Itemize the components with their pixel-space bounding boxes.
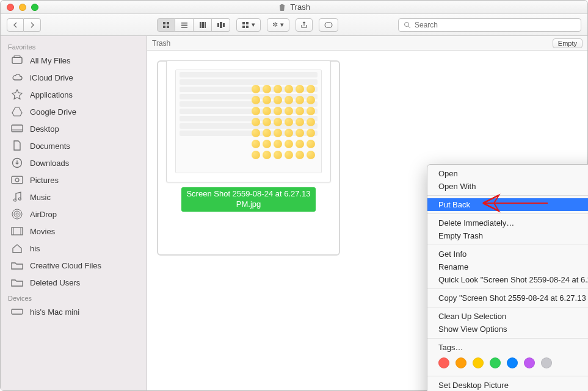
ctx-delete-immediately[interactable]: Delete Immediately… xyxy=(427,217,588,229)
search-icon xyxy=(404,21,411,29)
svg-rect-16 xyxy=(246,26,249,28)
minimize-window-button[interactable] xyxy=(19,4,26,11)
svg-rect-11 xyxy=(220,22,222,28)
chevron-down-icon: ▾ xyxy=(252,21,255,29)
tag-blue[interactable] xyxy=(507,357,518,368)
search-input[interactable] xyxy=(415,21,576,29)
ctx-separator xyxy=(427,307,588,307)
tag-yellow[interactable] xyxy=(473,357,484,368)
sidebar: Favorites All My Files iCloud Drive Appl… xyxy=(1,36,147,390)
nav-buttons xyxy=(7,18,41,32)
view-coverflow-button[interactable] xyxy=(212,18,230,32)
folder-icon xyxy=(10,260,24,271)
back-button[interactable] xyxy=(7,18,24,32)
sidebar-item-icloud-drive[interactable]: iCloud Drive xyxy=(1,69,147,86)
tag-orange[interactable] xyxy=(456,357,466,368)
svg-rect-3 xyxy=(167,26,169,28)
view-icon-button[interactable] xyxy=(157,18,175,32)
tags-button[interactable] xyxy=(319,18,338,32)
sidebar-item-documents[interactable]: Documents xyxy=(1,137,147,154)
gear-icon: ✲ xyxy=(272,21,278,29)
sidebar-item-mac-mini[interactable]: his's Mac mini xyxy=(1,303,147,320)
ctx-tags[interactable]: Tags… xyxy=(427,341,588,354)
window-title-text: Trash xyxy=(290,2,310,12)
documents-icon xyxy=(10,140,24,151)
ctx-quick-look[interactable]: Quick Look "Screen Shot 2559-08-24 at 6.… xyxy=(427,273,588,286)
file-area[interactable]: Screen Shot 2559-08-24 at 6.27.13 PM.jpg… xyxy=(147,51,587,390)
svg-line-19 xyxy=(408,26,410,28)
file-item[interactable]: Screen Shot 2559-08-24 at 6.27.13 PM.jpg xyxy=(157,60,340,212)
sidebar-item-label: Documents xyxy=(30,142,70,151)
svg-rect-21 xyxy=(14,56,20,58)
finder-window: Trash ▾ ✲ ▾ xyxy=(0,0,588,391)
action-dropdown[interactable]: ✲ ▾ xyxy=(267,18,289,32)
window-title: Trash xyxy=(1,2,587,12)
search-field[interactable] xyxy=(398,18,581,32)
ctx-get-info[interactable]: Get Info xyxy=(427,248,588,260)
ctx-open[interactable]: Open xyxy=(427,167,588,180)
sidebar-item-downloads[interactable]: Downloads xyxy=(1,154,147,171)
svg-rect-9 xyxy=(205,22,206,28)
svg-rect-7 xyxy=(200,22,201,28)
ctx-separator xyxy=(427,213,588,214)
ctx-set-desktop-picture[interactable]: Set Desktop Picture xyxy=(427,379,588,391)
sidebar-item-creative-cloud[interactable]: Creative Cloud Files xyxy=(1,257,147,274)
sidebar-item-music[interactable]: Music xyxy=(1,188,147,206)
svg-rect-6 xyxy=(181,27,187,28)
ctx-tag-colors xyxy=(427,354,588,373)
tag-red[interactable] xyxy=(438,357,449,368)
view-mode-segment xyxy=(157,18,230,32)
ctx-put-back[interactable]: Put Back xyxy=(427,198,588,211)
music-icon xyxy=(10,192,24,203)
ctx-rename[interactable]: Rename xyxy=(427,260,588,273)
svg-rect-5 xyxy=(181,24,187,26)
svg-point-18 xyxy=(405,22,409,26)
forward-button[interactable] xyxy=(24,18,41,32)
sidebar-item-pictures[interactable]: Pictures xyxy=(1,171,147,188)
sidebar-item-desktop[interactable]: Desktop xyxy=(1,120,147,137)
svg-rect-8 xyxy=(202,22,204,28)
context-menu: Open Open With▶ Put Back Delete Immediat… xyxy=(427,164,588,391)
share-button[interactable] xyxy=(296,18,313,32)
sidebar-item-all-my-files[interactable]: All My Files xyxy=(1,52,147,69)
file-name-line2: PM.jpg xyxy=(186,199,310,210)
tag-gray[interactable] xyxy=(541,357,552,368)
sidebar-item-label: Creative Cloud Files xyxy=(30,261,101,270)
ctx-show-view-options[interactable]: Show View Options xyxy=(427,323,588,335)
arrange-dropdown[interactable]: ▾ xyxy=(236,18,261,32)
sidebar-item-google-drive[interactable]: Google Drive xyxy=(1,103,147,120)
sidebar-item-home[interactable]: his xyxy=(1,240,147,257)
fullscreen-window-button[interactable] xyxy=(31,4,38,11)
sidebar-section-favorites: Favorites xyxy=(1,40,147,52)
ctx-open-with[interactable]: Open With▶ xyxy=(427,180,588,193)
tag-green[interactable] xyxy=(490,357,501,368)
ctx-separator xyxy=(427,245,588,245)
svg-rect-15 xyxy=(242,26,245,28)
sidebar-item-label: iCloud Drive xyxy=(30,73,73,82)
sidebar-item-label: Google Drive xyxy=(30,107,76,117)
google-drive-icon xyxy=(10,106,24,117)
svg-rect-4 xyxy=(181,23,187,24)
sidebar-item-applications[interactable]: Applications xyxy=(1,86,147,103)
ctx-copy[interactable]: Copy "Screen Shot 2559-08-24 at 6.27.13 … xyxy=(427,292,588,304)
tag-purple[interactable] xyxy=(524,357,535,368)
ctx-clean-up[interactable]: Clean Up Selection xyxy=(427,310,588,323)
sidebar-item-label: All My Files xyxy=(30,56,70,65)
sidebar-item-airdrop[interactable]: AirDrop xyxy=(1,206,147,223)
sidebar-item-label: his's Mac mini xyxy=(30,307,79,317)
view-columns-button[interactable] xyxy=(194,18,212,32)
sidebar-item-label: AirDrop xyxy=(30,210,57,219)
svg-rect-1 xyxy=(167,22,169,24)
ctx-separator xyxy=(427,338,588,339)
sidebar-item-movies[interactable]: Movies xyxy=(1,223,147,240)
pictures-icon xyxy=(10,174,24,185)
ctx-empty-trash[interactable]: Empty Trash xyxy=(427,229,588,242)
sidebar-item-deleted-users[interactable]: Deleted Users xyxy=(1,274,147,291)
applications-icon xyxy=(10,89,24,100)
view-list-button[interactable] xyxy=(175,18,194,32)
close-window-button[interactable] xyxy=(7,4,14,11)
ctx-separator xyxy=(427,289,588,289)
empty-trash-button[interactable]: Empty xyxy=(553,38,583,48)
sidebar-section-devices: Devices xyxy=(1,291,147,303)
svg-rect-12 xyxy=(223,23,225,27)
